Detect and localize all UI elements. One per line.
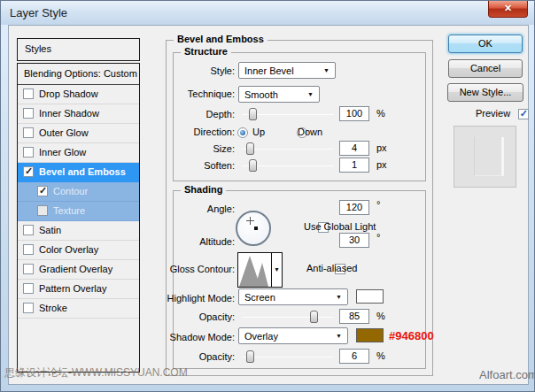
drop-shadow-checkbox[interactable] [23, 88, 34, 99]
style-preview-thumbnail [454, 126, 516, 188]
soften-unit: px [376, 159, 387, 170]
highlight-mode-value: Screen [244, 292, 275, 303]
sidebar-item-stroke[interactable]: Stroke [18, 299, 139, 319]
altitude-unit: ° [376, 232, 380, 242]
sidebar-item-blending-options[interactable]: Blending Options: Custom [18, 64, 139, 85]
shadow-opacity-unit: % [376, 350, 385, 361]
highlight-opacity-slider[interactable] [242, 310, 334, 324]
sidebar-item-inner-glow[interactable]: Inner Glow [18, 143, 139, 163]
size-slider-thumb[interactable] [246, 142, 254, 155]
cancel-button[interactable]: Cancel [448, 59, 523, 78]
inner-glow-checkbox[interactable] [23, 147, 34, 158]
highlight-color-swatch[interactable] [356, 289, 384, 304]
gradient-overlay-checkbox[interactable] [23, 264, 34, 274]
size-slider-track[interactable] [242, 149, 334, 150]
ok-button[interactable]: OK [448, 35, 523, 53]
sidebar-item-satin[interactable]: Satin [18, 221, 139, 241]
highlight-mode-label: Highlight Mode: [153, 293, 235, 304]
stroke-checkbox[interactable] [23, 303, 34, 313]
angle-dial[interactable] [236, 211, 271, 246]
styles-header-label: Styles [25, 43, 51, 54]
angle-input[interactable]: 120 [339, 200, 369, 215]
highlight-opacity-slider-track[interactable] [242, 317, 334, 318]
altitude-label: Altitude: [153, 236, 235, 247]
shading-group-title: Shading [181, 184, 226, 195]
highlight-opacity-slider-thumb[interactable] [310, 311, 318, 323]
technique-dropdown[interactable]: Smooth ▼ [238, 86, 320, 103]
contour-checkbox[interactable] [37, 186, 48, 196]
depth-unit: % [376, 108, 385, 119]
angle-unit: ° [376, 199, 380, 210]
depth-input[interactable]: 100 [339, 106, 369, 121]
bevel-and-emboss-checkbox[interactable] [23, 166, 34, 177]
anti-aliased-label: Anti-aliased [306, 263, 357, 273]
direction-up-radio[interactable] [237, 127, 248, 138]
soften-input[interactable]: 1 [339, 158, 369, 173]
gloss-contour-thumbnail [238, 253, 271, 287]
color-overlay-checkbox[interactable] [23, 244, 34, 255]
soften-label: Soften: [153, 160, 235, 171]
new-style-button[interactable]: New Style... [447, 83, 523, 102]
chevron-down-icon: ▼ [336, 294, 342, 300]
inner-shadow-checkbox[interactable] [23, 108, 34, 119]
close-button[interactable]: ✕ [488, 1, 528, 18]
size-slider[interactable] [242, 142, 334, 156]
style-preview-bevel [474, 137, 504, 176]
altitude-input[interactable]: 30 [339, 233, 369, 248]
sidebar-item-label: Inner Shadow [39, 108, 99, 119]
sidebar-item-label: Texture [53, 205, 85, 216]
depth-slider[interactable] [242, 107, 334, 121]
style-dropdown[interactable]: Inner Bevel ▼ [238, 62, 336, 79]
bevel-and-emboss-group-title: Bevel and Emboss [174, 34, 268, 44]
chevron-down-icon: ▼ [274, 266, 280, 273]
sidebar-item-gradient-overlay[interactable]: Gradient Overlay [18, 260, 139, 280]
shadow-color-annotation: #946800 [389, 329, 434, 342]
highlight-opacity-input[interactable]: 85 [339, 309, 369, 324]
shadow-opacity-input[interactable]: 6 [339, 349, 369, 364]
depth-slider-thumb[interactable] [249, 108, 257, 120]
outer-glow-checkbox[interactable] [23, 127, 34, 138]
shadow-mode-dropdown[interactable]: Overlay ▼ [238, 327, 348, 344]
soften-slider[interactable] [242, 158, 334, 173]
sidebar-item-bevel-and-emboss[interactable]: Bevel and Emboss [18, 163, 139, 182]
sidebar-item-outer-glow[interactable]: Outer Glow [18, 124, 139, 143]
soften-slider-thumb[interactable] [249, 159, 257, 172]
direction-up-label: Up [252, 127, 265, 137]
shadow-opacity-slider[interactable] [242, 350, 334, 364]
preview-checkbox[interactable] [518, 109, 529, 119]
dialog-title: Layer Style [10, 6, 67, 19]
shadow-opacity-slider-thumb[interactable] [246, 350, 254, 363]
title-bar[interactable]: Layer Style ✕ [1, 1, 534, 25]
sidebar-item-pattern-overlay[interactable]: Pattern Overlay [18, 280, 139, 299]
gloss-contour-label: Gloss Contour: [153, 264, 235, 274]
technique-label: Technique: [153, 88, 235, 99]
sidebar-item-inner-shadow[interactable]: Inner Shadow [18, 104, 139, 124]
direction-label: Direction: [153, 127, 235, 137]
styles-header-box: Styles [17, 38, 140, 61]
angle-label: Angle: [153, 204, 235, 214]
highlight-mode-dropdown[interactable]: Screen ▼ [238, 288, 348, 305]
size-unit: px [376, 142, 387, 153]
angle-crosshair-icon [246, 217, 254, 225]
layer-style-dialog: Layer Style ✕ Styles Blending Options: C… [0, 0, 535, 392]
size-input[interactable]: 4 [339, 141, 369, 156]
sidebar-item-contour[interactable]: Contour [18, 182, 139, 202]
sidebar-item-label: Color Overlay [39, 244, 98, 255]
sidebar-item-drop-shadow[interactable]: Drop Shadow [18, 85, 139, 104]
sidebar-item-texture[interactable]: Texture [18, 202, 139, 221]
shadow-opacity-slider-track[interactable] [242, 357, 334, 357]
direction-down-label: Down [298, 127, 322, 137]
pattern-overlay-checkbox[interactable] [23, 283, 34, 294]
use-global-light-label: Use Global Light [304, 221, 376, 232]
sidebar-item-color-overlay[interactable]: Color Overlay [18, 241, 139, 260]
forum-watermark: 思缘设计论坛-WWW.MISSYUAN.COM [4, 365, 188, 380]
satin-checkbox[interactable] [23, 225, 34, 235]
texture-checkbox[interactable] [37, 205, 48, 216]
preview-label: Preview [476, 108, 510, 119]
chevron-down-icon: ▼ [323, 67, 330, 73]
chevron-down-icon: ▼ [307, 91, 314, 97]
gloss-contour-dropdown-arrow[interactable]: ▼ [271, 253, 282, 287]
gloss-contour-picker[interactable]: ▼ [237, 252, 283, 288]
shadow-mode-label: Shadow Mode: [153, 332, 235, 342]
shadow-color-swatch[interactable] [356, 328, 384, 342]
